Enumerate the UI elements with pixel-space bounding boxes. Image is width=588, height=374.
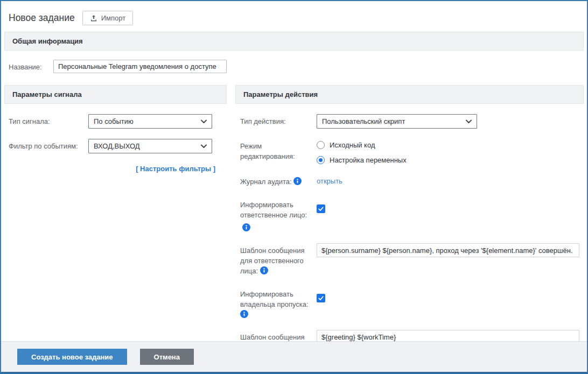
edit-mode-radio-group: Исходный код Настройка переменных: [317, 139, 407, 164]
columns: Параметры сигнала Тип сигнала: По событи…: [4, 85, 584, 363]
checkmark-icon: [318, 206, 324, 212]
audit-log-label: Журнал аудита:: [240, 178, 292, 186]
radio-unchecked-icon: [317, 141, 325, 149]
checkmark-icon: [318, 295, 324, 301]
notify-owner-label: Информировать владельца пропуска:: [240, 290, 309, 308]
field-signal-type: Тип сигнала: По событию: [4, 114, 227, 129]
action-type-select[interactable]: Пользовательский скрипт: [317, 114, 477, 129]
radio-option-source-code[interactable]: Исходный код: [317, 141, 407, 149]
chevron-down-icon: [201, 144, 207, 149]
page-title: Новое задание: [9, 12, 75, 24]
notify-responsible-checkbox[interactable]: [317, 204, 325, 213]
info-icon[interactable]: [240, 310, 248, 318]
configure-filters-wrap: [ Настроить фильтры ]: [92, 164, 215, 173]
audit-log-open-link[interactable]: открыть: [317, 174, 342, 185]
responsible-template-input[interactable]: [317, 243, 579, 257]
event-filter-value: ВХОД,ВЫХОД: [94, 142, 140, 150]
signal-section: Параметры сигнала Тип сигнала: По событи…: [4, 85, 227, 173]
new-task-page: Новое задание Импорт Общая информация На…: [0, 0, 588, 374]
upload-icon: [90, 15, 97, 22]
field-edit-mode: Режим редактирования: Исходный код Настр…: [235, 139, 584, 164]
configure-filters-link[interactable]: [ Настроить фильтры ]: [136, 165, 215, 173]
responsible-template-label: Шаблон сообщения для ответственного лица…: [240, 246, 305, 275]
event-filter-select[interactable]: ВХОД,ВЫХОД: [88, 139, 212, 153]
section-header-signal: Параметры сигнала: [4, 85, 227, 104]
radio-source-label: Исходный код: [330, 141, 375, 149]
field-event-filter: Фильтр по событиям: ВХОД,ВЫХОД: [4, 139, 227, 153]
field-action-type: Тип действия: Пользовательский скрипт: [235, 114, 584, 129]
radio-checked-icon: [317, 156, 325, 164]
section-header-action: Параметры действия: [235, 85, 584, 104]
signal-type-select[interactable]: По событию: [88, 114, 212, 129]
import-button-label: Импорт: [101, 14, 125, 22]
configure-filters-row: [ Настроить фильтры ]: [4, 164, 227, 173]
field-audit-log: Журнал аудита: открыть: [235, 174, 584, 187]
info-icon[interactable]: [240, 223, 250, 231]
title-row: Новое задание Импорт: [9, 11, 579, 25]
radio-option-variables[interactable]: Настройка переменных: [317, 156, 407, 164]
responsible-template-label-wrap: Шаблон сообщения для ответственного лица…: [240, 243, 317, 277]
notify-responsible-label: Информировать ответственное лицо:: [240, 201, 307, 219]
info-icon[interactable]: [293, 177, 302, 185]
name-label: Название:: [9, 60, 53, 73]
action-type-value: Пользовательский скрипт: [322, 117, 405, 125]
cancel-button[interactable]: Отмена: [140, 349, 194, 365]
action-type-label: Тип действия:: [240, 114, 317, 127]
radio-variables-label: Настройка переменных: [330, 156, 407, 164]
page-content: Новое задание Импорт Общая информация На…: [1, 11, 587, 363]
edit-mode-label: Режим редактирования:: [240, 139, 317, 162]
name-input[interactable]: [53, 60, 227, 73]
field-notify-owner: Информировать владельца пропуска:: [235, 287, 584, 320]
action-section: Параметры действия Тип действия: Пользов…: [235, 85, 584, 363]
info-icon[interactable]: [260, 266, 268, 274]
event-filter-label: Фильтр по событиям:: [9, 139, 88, 152]
signal-type-value: По событию: [94, 117, 134, 125]
section-header-general: Общая информация: [4, 32, 584, 51]
audit-log-label-wrap: Журнал аудита:: [240, 174, 317, 187]
footer-bar: Создать новое задание Отмена: [1, 341, 587, 372]
create-task-button[interactable]: Создать новое задание: [17, 349, 127, 365]
notify-responsible-label-wrap: Информировать ответственное лицо:: [240, 197, 317, 234]
import-button[interactable]: Импорт: [82, 11, 133, 25]
notify-owner-label-wrap: Информировать владельца пропуска:: [240, 287, 317, 320]
field-notify-responsible: Информировать ответственное лицо:: [235, 197, 584, 234]
field-responsible-template: Шаблон сообщения для ответственного лица…: [235, 243, 584, 277]
signal-type-label: Тип сигнала:: [9, 114, 88, 127]
notify-owner-checkbox[interactable]: [317, 294, 325, 302]
field-name: Название:: [4, 60, 584, 73]
chevron-down-icon: [466, 119, 472, 124]
chevron-down-icon: [201, 119, 207, 124]
